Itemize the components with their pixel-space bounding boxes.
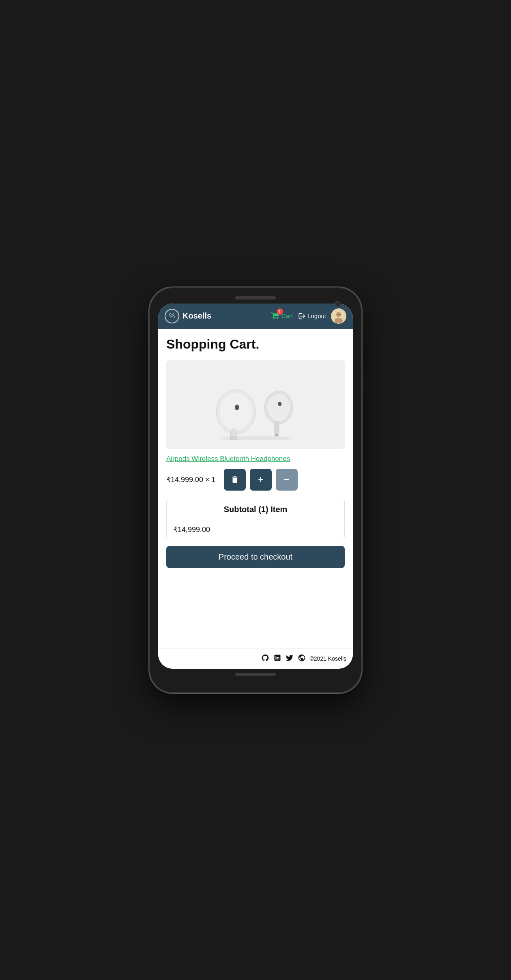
linkedin-icon[interactable] (273, 654, 281, 664)
logout-icon (298, 312, 306, 320)
navbar: % Kosells 1 Cart Logo (158, 304, 353, 329)
main-content: Shopping Cart. (158, 329, 353, 648)
twitter-icon[interactable] (286, 654, 294, 664)
github-icon[interactable] (261, 654, 269, 664)
phone-camera (335, 301, 341, 307)
product-name-link[interactable]: Airpods Wireless Bluetooth Headphones (166, 455, 345, 463)
phone-screen: % Kosells 1 Cart Logo (158, 304, 353, 669)
svg-rect-12 (275, 434, 279, 436)
footer: ©2021 Kosells (158, 648, 353, 669)
brand-name: Kosells (182, 311, 211, 321)
side-volume-button (361, 369, 363, 394)
svg-rect-3 (337, 314, 338, 315)
cart-badge: 1 (277, 308, 283, 315)
svg-rect-4 (339, 314, 341, 315)
logout-button[interactable]: Logout (298, 312, 326, 320)
globe-icon[interactable] (298, 654, 306, 664)
page-title: Shopping Cart. (166, 337, 345, 352)
copyright: ©2021 Kosells (310, 655, 346, 662)
navbar-actions: 1 Cart Logout (271, 308, 346, 324)
avatar-image (331, 309, 346, 323)
cart-icon-wrap: 1 (271, 311, 280, 321)
product-image-container (166, 360, 345, 449)
svg-rect-11 (274, 421, 279, 435)
product-actions: ₹14,999.00 × 1 + − (166, 469, 345, 491)
trash-icon (230, 475, 239, 484)
product-price: ₹14,999.00 × 1 (166, 475, 216, 484)
logout-label: Logout (307, 312, 326, 319)
subtotal-amount: ₹14,999.00 (167, 520, 344, 539)
user-avatar[interactable] (331, 308, 346, 324)
brand-icon: % (165, 309, 179, 323)
cart-label: Cart (281, 312, 293, 319)
plus-icon: + (258, 474, 263, 485)
delete-button[interactable] (224, 469, 246, 491)
svg-point-6 (220, 393, 252, 430)
decrement-button[interactable]: − (276, 469, 298, 491)
product-image (184, 369, 327, 440)
brand: % Kosells (165, 309, 211, 323)
phone-speaker-top (235, 296, 276, 299)
cart-button[interactable]: 1 Cart (271, 311, 293, 321)
minus-icon: − (284, 474, 289, 485)
subtotal-box: Subtotal (1) Item ₹14,999.00 (166, 499, 345, 539)
subtotal-header: Subtotal (1) Item (167, 499, 344, 520)
phone-speaker-bottom (235, 673, 276, 676)
svg-point-10 (267, 394, 290, 421)
svg-point-8 (235, 405, 239, 410)
svg-point-13 (278, 401, 281, 406)
increment-button[interactable]: + (250, 469, 272, 491)
checkout-button[interactable]: Proceed to checkout (166, 546, 345, 568)
phone-frame: % Kosells 1 Cart Logo (150, 288, 361, 692)
